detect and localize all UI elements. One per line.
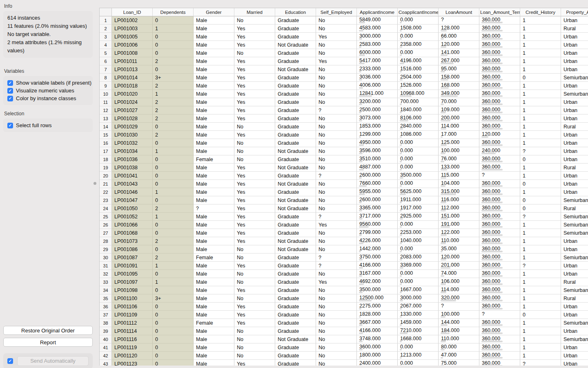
cell-education[interactable]: Graduate [275,278,316,286]
cell-coapplicantincome[interactable]: 7210.000 [398,327,439,335]
cell-gender[interactable]: Male [194,229,234,237]
cell-property_area[interactable]: Semiurban [561,74,588,82]
cell-applicantincome[interactable]: 3596.000 [357,147,398,155]
cell-applicantincome[interactable]: 6000.000 [357,49,398,57]
column-header-education[interactable]: Education [275,8,316,16]
cell-loan_amount_term[interactable]: 360.000 [479,41,520,49]
cell-dependents[interactable]: 0 [153,311,194,319]
cell-applicantincome[interactable]: 4692.000 [357,278,398,286]
cell-gender[interactable]: Male [194,343,234,352]
cell-education[interactable]: Graduate [275,311,316,319]
cell-loanamount[interactable]: 75.000 [439,360,479,366]
cell-property_area[interactable]: Urban [561,360,588,366]
cell-applicantincome[interactable]: 4006.000 [357,82,398,90]
cell-credit_history[interactable]: 0 [520,74,561,82]
cell-dependents[interactable]: 0 [153,155,194,164]
cell-coapplicantincome[interactable]: 0.000 [398,270,439,278]
cell-married[interactable]: Yes [234,114,275,123]
row-number[interactable]: 12 [100,106,112,114]
cell-property_area[interactable]: Urban [561,65,588,74]
cell-dependents[interactable]: 0 [153,16,194,25]
splitter-handle[interactable] [94,182,96,185]
cell-education[interactable]: Graduate [275,172,316,180]
cell-loan_amount_term[interactable]: 360.000 [479,262,520,270]
row-number[interactable]: 43 [100,360,112,366]
cell-dependents[interactable]: 0 [153,221,194,229]
checkbox-row[interactable]: ✓Visualize numeric values [7,87,89,94]
cell-self_employed[interactable]: No [316,114,357,123]
cell-credit_history[interactable]: 1 [520,90,561,98]
cell-self_employed[interactable]: No [316,41,357,49]
column-header-dependents[interactable]: Dependents [153,8,194,16]
cell-dependents[interactable]: 0 [153,319,194,327]
cell-property_area[interactable]: Urban [561,172,588,180]
cell-loan_amount_term[interactable]: 360.000 [479,245,520,254]
cell-education[interactable]: Graduate [275,221,316,229]
cell-gender[interactable]: Male [194,98,234,106]
cell-loan_amount_term[interactable]: 360.000 [479,303,520,311]
cell-loan_id[interactable]: LP001003 [112,25,153,33]
cell-self_employed[interactable]: No [316,229,357,237]
cell-loanamount[interactable]: 125.000 [439,139,479,147]
cell-education[interactable]: Graduate [275,82,316,90]
cell-loan_id[interactable]: LP001038 [112,164,153,172]
cell-gender[interactable]: Male [194,82,234,90]
checkbox-row[interactable]: ✓Show variable labels (if present) [7,79,89,87]
cell-married[interactable]: Yes [234,303,275,311]
cell-credit_history[interactable]: 1 [520,352,561,360]
cell-loan_amount_term[interactable]: 360.000 [479,278,520,286]
restore-original-order-button[interactable]: Restore Original Order [3,326,93,335]
cell-dependents[interactable]: 0 [153,172,194,180]
cell-credit_history[interactable]: 1 [520,237,561,245]
cell-coapplicantincome[interactable]: 0.000 [398,360,439,366]
column-header-gender[interactable]: Gender [194,8,234,16]
cell-loanamount[interactable]: 100.000 [439,311,479,319]
cell-loanamount[interactable]: 109.000 [439,106,479,114]
cell-credit_history[interactable]: 1 [520,57,561,65]
cell-dependents[interactable]: 0 [153,286,194,294]
cell-education[interactable]: Not Graduate [275,147,316,155]
cell-loan_amount_term[interactable]: 360.000 [479,65,520,74]
cell-loan_amount_term[interactable]: 360.000 [479,352,520,360]
cell-married[interactable]: No [234,352,275,360]
cell-gender[interactable]: Male [194,278,234,286]
cell-property_area[interactable]: Urban [561,327,588,335]
cell-coapplicantincome[interactable]: 1668.000 [398,335,439,343]
cell-loanamount[interactable]: 320.000 [439,294,479,303]
cell-loanamount[interactable]: 66.000 [439,33,479,41]
cell-coapplicantincome[interactable]: 1508.000 [398,25,439,33]
cell-dependents[interactable]: 0 [153,49,194,57]
cell-property_area[interactable]: Urban [561,49,588,57]
row-number[interactable]: 11 [100,98,112,106]
cell-self_employed[interactable]: No [316,286,357,294]
cell-dependents[interactable]: 0 [153,164,194,172]
cell-applicantincome[interactable]: 4583.000 [357,25,398,33]
row-number[interactable]: 6 [100,57,112,65]
cell-loan_id[interactable]: LP001116 [112,335,153,343]
cell-coapplicantincome[interactable]: 0.000 [398,245,439,254]
cell-credit_history[interactable]: ? [520,147,561,155]
row-number[interactable]: 19 [100,164,112,172]
cell-property_area[interactable]: Urban [561,352,588,360]
cell-dependents[interactable]: 1 [153,90,194,98]
cell-applicantincome[interactable]: 3200.000 [357,98,398,106]
cell-loan_id[interactable]: LP001034 [112,147,153,155]
cell-dependents[interactable]: 0 [153,335,194,343]
cell-loan_amount_term[interactable]: 360.000 [479,229,520,237]
cell-coapplicantincome[interactable]: 2067.000 [398,303,439,311]
cell-property_area[interactable]: Rural [561,123,588,131]
cell-loanamount[interactable]: 47.000 [439,352,479,360]
cell-gender[interactable]: Male [194,294,234,303]
cell-married[interactable]: Yes [234,204,275,213]
cell-education[interactable]: Not Graduate [275,196,316,204]
cell-loanamount[interactable]: ? [439,303,479,311]
cell-loan_id[interactable]: LP001014 [112,74,153,82]
cell-applicantincome[interactable]: 2799.000 [357,229,398,237]
cell-loan_amount_term[interactable]: 360.000 [479,123,520,131]
cell-coapplicantincome[interactable]: 700.000 [398,98,439,106]
cell-dependents[interactable]: 1 [153,147,194,155]
cell-loan_id[interactable]: LP001098 [112,286,153,294]
row-number[interactable]: 27 [100,229,112,237]
cell-loan_amount_term[interactable]: 360.000 [479,106,520,114]
cell-gender[interactable]: Male [194,180,234,188]
